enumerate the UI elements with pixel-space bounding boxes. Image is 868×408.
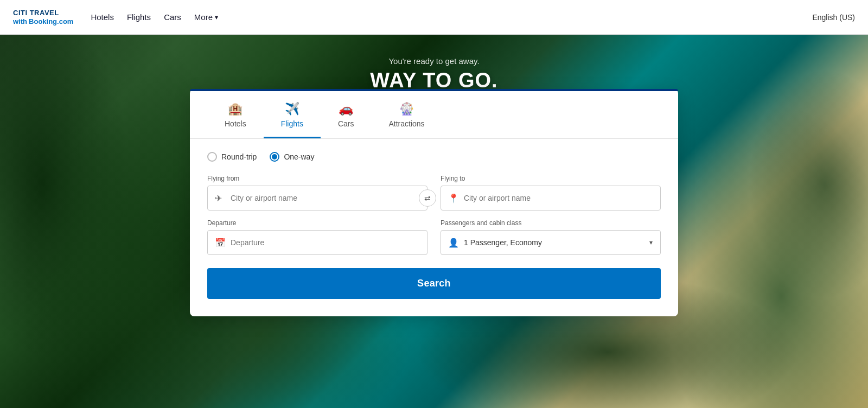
- hero-tagline: You're ready to get away.: [370, 56, 497, 66]
- hotels-icon: 🏨: [228, 102, 242, 116]
- trip-type-selector: Round-trip One-way: [207, 152, 661, 162]
- hero-text: You're ready to get away. WAY TO GO.: [370, 56, 497, 92]
- flying-from-group: Flying from ✈ ⇄: [207, 175, 427, 211]
- departure-wrapper: 📅: [207, 230, 427, 255]
- tab-hotels[interactable]: 🏨 Hotels: [207, 91, 264, 138]
- flights-icon: ✈️: [285, 102, 299, 116]
- round-trip-option[interactable]: Round-trip: [207, 152, 257, 162]
- departure-passengers-row: Departure 📅 Passengers and cabin class 👤…: [207, 219, 661, 255]
- tab-attractions-label: Attractions: [388, 119, 424, 128]
- flying-to-input[interactable]: [441, 186, 661, 211]
- calendar-icon: 📅: [215, 238, 226, 248]
- logo-booking-text: with Booking.com: [13, 17, 73, 26]
- flying-to-wrapper: 📍: [441, 186, 661, 211]
- swap-button[interactable]: ⇄: [419, 189, 436, 207]
- departure-group: Departure 📅: [207, 219, 427, 255]
- tab-flights[interactable]: ✈️ Flights: [264, 91, 321, 138]
- one-way-radio[interactable]: [270, 152, 279, 162]
- logo-booking-brand: Booking.com: [29, 17, 73, 25]
- location-pin-icon: 📍: [448, 193, 459, 203]
- flight-origin-destination-row: Flying from ✈ ⇄ Flying to 📍: [207, 175, 661, 211]
- passengers-group: Passengers and cabin class 👤 1 Passenger…: [441, 219, 661, 255]
- flying-to-label: Flying to: [441, 175, 661, 182]
- attractions-icon: 🎡: [399, 102, 414, 116]
- flying-from-label: Flying from: [207, 175, 427, 182]
- flying-from-wrapper: ✈ ⇄: [207, 186, 427, 211]
- flying-from-input[interactable]: [207, 186, 427, 211]
- logo-citi-text: CITI TRAVEL: [13, 9, 73, 17]
- language-selector[interactable]: English (US): [812, 13, 855, 22]
- search-button[interactable]: Search: [207, 268, 661, 299]
- hero-background: You're ready to get away. WAY TO GO. 🏨 H…: [0, 35, 868, 408]
- search-form: Round-trip One-way Flying from ✈ ⇄: [190, 139, 678, 255]
- passengers-value: 1 Passenger, Economy: [464, 238, 542, 247]
- nav-links: Hotels Flights Cars More ▾: [91, 12, 812, 22]
- search-card: 🏨 Hotels ✈️ Flights 🚗 Cars 🎡 Attractions: [190, 89, 678, 316]
- round-trip-label: Round-trip: [221, 152, 257, 161]
- round-trip-radio[interactable]: [207, 152, 217, 162]
- nav-more-menu[interactable]: More ▾: [194, 12, 218, 22]
- passengers-selector[interactable]: 1 Passenger, Economy ▾: [441, 230, 661, 255]
- flying-to-group: Flying to 📍: [441, 175, 661, 211]
- passengers-chevron-icon: ▾: [649, 239, 653, 246]
- tab-flights-label: Flights: [281, 119, 303, 128]
- one-way-option[interactable]: One-way: [270, 152, 314, 162]
- tab-cars-label: Cars: [338, 119, 354, 128]
- nav-cars-link[interactable]: Cars: [164, 12, 181, 22]
- nav-more-chevron-icon: ▾: [215, 14, 218, 21]
- logo-with-text: with: [13, 17, 27, 25]
- plane-depart-icon: ✈: [215, 193, 222, 203]
- departure-input[interactable]: [207, 230, 427, 255]
- tab-hotels-label: Hotels: [225, 119, 246, 128]
- passengers-wrapper: 👤 1 Passenger, Economy ▾: [441, 230, 661, 255]
- navbar: CITI TRAVEL with Booking.com Hotels Flig…: [0, 0, 868, 35]
- search-tabs: 🏨 Hotels ✈️ Flights 🚗 Cars 🎡 Attractions: [190, 91, 678, 139]
- passengers-icon: 👤: [448, 238, 459, 248]
- departure-label: Departure: [207, 219, 427, 227]
- nav-flights-link[interactable]: Flights: [127, 12, 151, 22]
- passengers-label: Passengers and cabin class: [441, 219, 661, 227]
- nav-more-label: More: [194, 12, 213, 22]
- tab-cars[interactable]: 🚗 Cars: [321, 91, 372, 138]
- cars-icon: 🚗: [339, 102, 353, 116]
- nav-hotels-link[interactable]: Hotels: [91, 12, 114, 22]
- tab-attractions[interactable]: 🎡 Attractions: [371, 91, 442, 138]
- logo[interactable]: CITI TRAVEL with Booking.com: [13, 9, 73, 25]
- one-way-label: One-way: [284, 152, 314, 161]
